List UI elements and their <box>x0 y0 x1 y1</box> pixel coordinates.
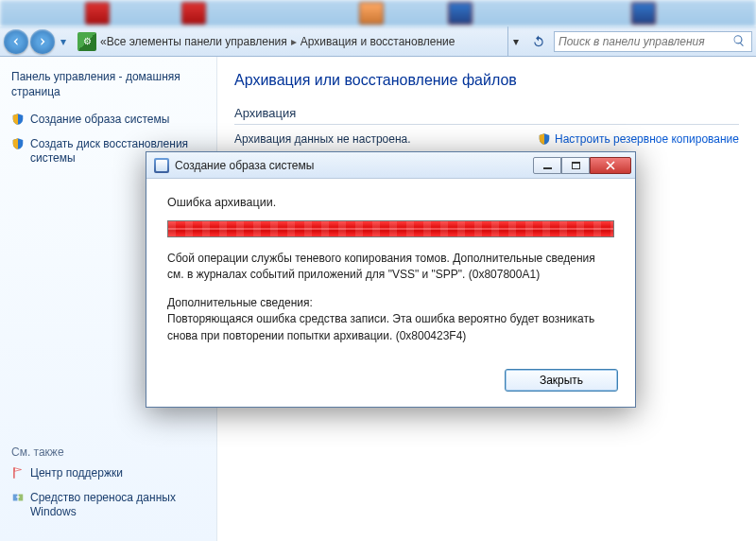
flag-icon <box>11 466 25 480</box>
refresh-button[interactable] <box>527 30 550 53</box>
sidebar-create-image[interactable]: Создание образа системы <box>30 113 169 128</box>
dialog-app-icon <box>154 158 169 173</box>
see-also-action-center[interactable]: Центр поддержки <box>30 466 123 481</box>
maximize-button[interactable] <box>561 157 590 174</box>
breadcrumb: ⚙ « Все элементы панели управления ▸ Арх… <box>74 32 507 51</box>
close-button[interactable] <box>590 157 631 174</box>
taskbar-blur <box>0 0 756 26</box>
backup-section-title: Архивация <box>234 106 739 120</box>
shield-icon <box>11 113 25 126</box>
error-message-1: Сбой операции службы теневого копировани… <box>167 251 614 284</box>
dialog-title: Создание образа системы <box>175 159 314 172</box>
explorer-navbar: ▾ ⚙ « Все элементы панели управления ▸ А… <box>0 26 756 57</box>
sidebar-home-link[interactable]: Панель управления - домашняя страница <box>11 70 205 99</box>
transfer-icon <box>11 491 25 504</box>
dialog-titlebar[interactable]: Создание образа системы <box>146 152 635 179</box>
crumb-chevron-icon: « <box>100 35 107 48</box>
search-input[interactable] <box>558 35 732 48</box>
backup-status-text: Архивация данных не настроена. <box>234 132 411 146</box>
see-also-easy-transfer[interactable]: Средство переноса данных Windows <box>30 491 205 520</box>
error-dialog: Создание образа системы Ошибка архивации… <box>146 151 636 408</box>
page-title: Архивация или восстановление файлов <box>234 72 739 89</box>
breadcrumb-dropdown[interactable]: ▾ <box>508 35 524 48</box>
crumb-all-items[interactable]: Все элементы панели управления <box>107 35 287 48</box>
nav-history-dropdown[interactable]: ▾ <box>57 33 70 50</box>
shield-icon <box>11 137 25 150</box>
shield-icon <box>538 132 551 146</box>
configure-backup-label: Настроить резервное копирование <box>555 132 739 146</box>
minimize-button[interactable] <box>533 157 561 174</box>
control-panel-icon: ⚙ <box>77 32 96 51</box>
nav-forward-button[interactable] <box>30 29 55 54</box>
nav-back-button[interactable] <box>4 29 28 54</box>
progress-bar-error <box>167 220 614 237</box>
configure-backup-link[interactable]: Настроить резервное копирование <box>538 132 739 146</box>
crumb-separator-icon: ▸ <box>291 35 297 48</box>
search-icon <box>732 34 747 49</box>
search-box[interactable] <box>554 31 752 52</box>
divider <box>234 124 739 125</box>
close-dialog-button[interactable]: Закрыть <box>505 369 618 392</box>
error-message-2: Повторяющаяся ошибка средства записи. Эт… <box>167 312 594 341</box>
additional-info-label: Дополнительные сведения: <box>167 296 313 309</box>
see-also-label: См. также <box>11 445 205 459</box>
error-heading: Ошибка архивации. <box>167 196 614 209</box>
crumb-backup-restore[interactable]: Архивация и восстановление <box>301 35 455 48</box>
